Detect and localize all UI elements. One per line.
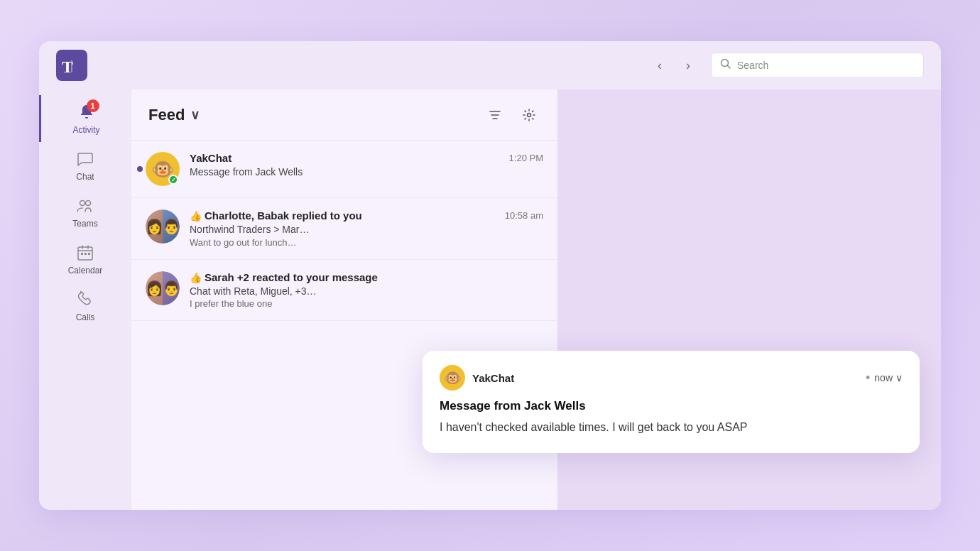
notif-body: I haven't checked available times. I wil… — [440, 419, 903, 436]
calendar-icon — [75, 243, 95, 263]
feed-sub-sarah: I prefer the blue one — [190, 298, 543, 309]
feed-title-text: Feed — [148, 106, 185, 124]
svg-line-4 — [728, 66, 731, 69]
svg-rect-13 — [88, 253, 90, 255]
avatar-yakchat: 🐵 ✓ — [146, 152, 180, 186]
feed-sender: YakChat — [190, 152, 232, 164]
svg-text:|: | — [70, 58, 73, 72]
feed-item-yakchat[interactable]: 🐵 ✓ YakChat 1:20 PM Message from Jack We… — [131, 141, 557, 198]
calls-icon — [75, 290, 95, 310]
sidebar-item-teams-label: Teams — [72, 219, 97, 229]
avatar-sarah: 👩 👨 — [146, 271, 180, 305]
online-status: ✓ — [168, 175, 178, 185]
feed-list: 🐵 ✓ YakChat 1:20 PM Message from Jack We… — [131, 141, 557, 510]
feed-sender-sarah: 👍Sarah +2 reacted to your message — [190, 271, 378, 283]
feed-item-sarah[interactable]: 👩 👨 👍Sarah +2 reacted to your message Ch… — [131, 260, 557, 322]
sidebar-item-calendar-label: Calendar — [68, 266, 103, 276]
multi-avatar-sarah: 👩 👨 — [146, 271, 180, 305]
feed-sender-charlotte: 👍Charlotte, Babak replied to you — [190, 209, 362, 222]
feed-item-content-charlotte: 👍Charlotte, Babak replied to you 10:58 a… — [190, 209, 543, 248]
notif-expand-icon[interactable]: ∨ — [895, 372, 903, 383]
svg-rect-11 — [81, 253, 83, 255]
notif-header: 🐵 YakChat • now ∨ — [440, 365, 903, 391]
forward-button[interactable]: › — [677, 54, 699, 77]
svg-rect-12 — [85, 253, 87, 255]
feed-time: 1:20 PM — [509, 153, 543, 163]
sidebar-item-activity[interactable]: 1 Activity — [39, 95, 131, 142]
settings-button[interactable] — [518, 104, 540, 126]
teams-logo: T | — [56, 50, 87, 81]
header: T | ‹ › Search — [39, 41, 941, 89]
feed-item-charlotte[interactable]: 👩 👨 👍Charlotte, Babak replied to you 10:… — [131, 198, 557, 260]
app-window: T | ‹ › Search — [39, 41, 941, 510]
feed-item-content-sarah: 👍Sarah +2 reacted to your message Chat w… — [190, 271, 543, 310]
teams-icon — [75, 196, 95, 216]
feed-item-content: YakChat 1:20 PM Message from Jack Wells — [190, 152, 543, 180]
search-bar[interactable]: Search — [711, 53, 924, 78]
multi-avatar: 👩 👨 — [146, 209, 180, 244]
feed-description: Message from Jack Wells — [190, 165, 543, 180]
notif-title: Message from Jack Wells — [440, 399, 903, 413]
sidebar-item-activity-label: Activity — [72, 125, 99, 135]
feed-time-charlotte: 10:58 am — [505, 210, 543, 221]
feed-desc-charlotte: Northwind Traders > Mar… — [190, 223, 543, 237]
back-button[interactable]: ‹ — [648, 54, 671, 77]
panel-actions — [484, 104, 540, 126]
sidebar-item-chat-label: Chat — [76, 172, 94, 182]
notif-app-name: YakChat — [472, 372, 514, 384]
feed-desc-sarah: Chat with Reta, Miguel, +3… — [190, 285, 543, 299]
search-icon — [720, 58, 731, 72]
sidebar-item-calls[interactable]: Calls — [39, 283, 131, 329]
avatar-charlotte: 👩 👨 — [146, 209, 180, 244]
feed-dropdown-icon[interactable]: ∨ — [190, 107, 200, 123]
svg-point-6 — [86, 201, 91, 206]
activity-badge: 1 — [87, 99, 99, 112]
notification-popup[interactable]: 🐵 YakChat • now ∨ Message from Jack Well… — [423, 351, 920, 453]
notif-avatar: 🐵 — [440, 365, 465, 391]
feed-sub-charlotte: Want to go out for lunch… — [190, 237, 543, 248]
feed-title: Feed ∨ — [148, 106, 200, 124]
nav-arrows: ‹ › — [648, 54, 699, 77]
chat-icon — [75, 149, 95, 169]
sidebar-item-calendar[interactable]: Calendar — [39, 236, 131, 283]
right-content-area: 🐵 YakChat • now ∨ Message from Jack Well… — [557, 89, 941, 510]
sidebar-item-chat[interactable]: Chat — [39, 142, 131, 189]
notif-dot: • — [866, 371, 870, 386]
filter-button[interactable] — [484, 104, 506, 126]
notif-time: now — [874, 372, 893, 383]
sidebar: 1 Activity Chat — [39, 89, 131, 510]
svg-point-17 — [528, 113, 531, 116]
sidebar-item-teams[interactable]: Teams — [39, 189, 131, 236]
svg-point-5 — [80, 201, 85, 206]
sidebar-item-calls-label: Calls — [76, 312, 95, 322]
panel-header: Feed ∨ — [131, 89, 557, 141]
bell-icon: 1 — [77, 102, 97, 122]
search-placeholder: Search — [737, 60, 768, 71]
main-body: 1 Activity Chat — [39, 89, 941, 510]
